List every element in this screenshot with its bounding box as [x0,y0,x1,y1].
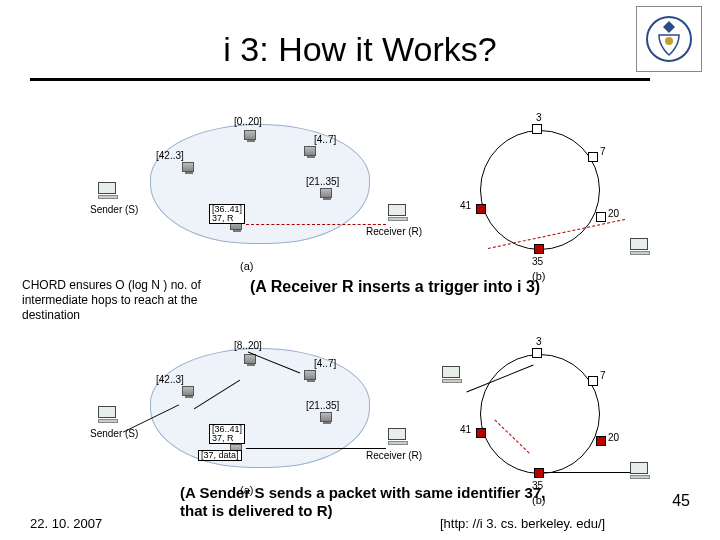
sender-caption: (A Sender S sends a packet with same ide… [180,484,560,520]
ring-node-7 [588,152,598,162]
ring-node-35 [534,244,544,254]
ring-sender-pc-icon [442,366,464,384]
receiver-label: Receiver (R) [366,226,422,237]
sender-pc-icon [98,182,120,200]
ring-node-35-b [534,468,544,478]
chord-ring-bottom [480,354,600,474]
packet-box: [37, data] [198,450,242,461]
receiver-label-b: Receiver (R) [366,450,422,461]
ring-lbl-20-b: 20 [608,432,619,443]
ring-node-20-b [596,436,606,446]
figure-b-top: 3 7 20 35 41 (b) [440,112,660,282]
node-0-20 [244,130,256,140]
ring-node-3 [532,124,542,134]
ring-node-41-b [476,428,486,438]
trigger-box-top: [36..41] 37, R [209,204,245,224]
title-underline [30,78,650,81]
ring-receiver-pc-icon-b [630,462,652,480]
ring-lbl-41-b: 41 [460,424,471,435]
id-42-3: [42..3] [156,150,184,161]
receiver-caption: (A Receiver R inserts a trigger into i 3… [250,278,650,296]
figcap-a-top: (a) [240,260,253,272]
figure-a-top: [0..20] [4..7] [42..3] [21..35] [36..41]… [90,112,410,282]
figure-a-bottom: [8..20] [4..7] [42..3] [21..35] [36..41]… [90,336,410,506]
id-42-3-b: [42..3] [156,374,184,385]
receiver-pc-icon-b [388,428,410,446]
id-4-7: [4..7] [314,134,336,145]
ring-lbl-7-b: 7 [600,370,606,381]
packet-box-text: [37, data] [201,451,239,460]
sender-label: Sender (S) [90,204,138,215]
node-42-3-b [182,386,194,396]
trigger-line2: 37, R [212,214,242,223]
arrow-r-to-trigger [246,224,386,225]
ring-receiver-pc-icon [630,238,652,256]
ring-node-41 [476,204,486,214]
node-4-7 [304,146,316,156]
sender-label-b: Sender (S) [90,428,138,439]
node-42-3 [182,162,194,172]
trigger-line2-b: 37, R [212,434,242,443]
id-21-35-b: [21..35] [306,400,339,411]
chord-ring-top [480,130,600,250]
slide-date: 22. 10. 2007 [30,516,102,531]
receiver-pc-icon [388,204,410,222]
slide-title: i 3: How it Works? [0,30,720,69]
ring-node-20 [596,212,606,222]
arrow-to-r [246,448,386,449]
sender-pc-icon-b [98,406,120,424]
chord-note: CHORD ensures O (log N ) no. of intermed… [22,278,202,323]
id-21-35: [21..35] [306,176,339,187]
ring-node-7-b [588,376,598,386]
slide-root: i 3: How it Works? [0..20] [4..7] [42..3… [0,0,720,540]
ring-arrow-to-r [544,472,630,473]
trigger-box-bottom: [36..41] 37, R [209,424,245,444]
node-21-35-b [320,412,332,422]
page-number: 45 [672,492,690,510]
ring-lbl-3: 3 [536,112,542,123]
ring-lbl-20: 20 [608,208,619,219]
citation-url: [http: //i 3. cs. berkeley. edu/] [440,516,605,531]
node-8-20 [244,354,256,364]
figure-b-bottom: 3 7 20 35 41 (b) [440,336,660,506]
ring-node-3-b [532,348,542,358]
node-21-35 [320,188,332,198]
ring-lbl-3-b: 3 [536,336,542,347]
id-8-20: [8..20] [234,340,262,351]
id-4-7-b: [4..7] [314,358,336,369]
node-4-7-b [304,370,316,380]
id-0-20: [0..20] [234,116,262,127]
ring-lbl-35: 35 [532,256,543,267]
ring-lbl-7: 7 [600,146,606,157]
ring-lbl-41: 41 [460,200,471,211]
